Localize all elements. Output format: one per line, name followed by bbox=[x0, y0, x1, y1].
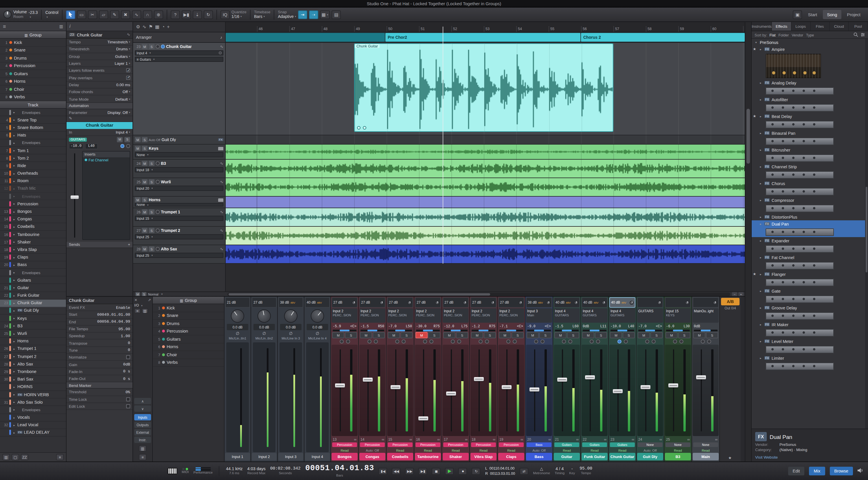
mixer-channel-strip[interactable]: 27 dB Input 2 PERC..SION -7.1 <C> bbox=[498, 297, 525, 461]
input-channel-strip[interactable]: 21 dB 0.0 dB ∅ Mic/Lin..tIn1 Input 1 bbox=[224, 297, 251, 461]
grid-options-button[interactable]: ▦▾ bbox=[320, 10, 330, 19]
disclosure-icon[interactable]: ▸ bbox=[12, 393, 16, 396]
preamp-gain-knob[interactable] bbox=[281, 307, 300, 325]
disclosure-icon[interactable]: ▸ bbox=[12, 225, 16, 228]
monitor-volume-knob[interactable] bbox=[3, 10, 11, 19]
mixer-group-row[interactable]: 7 Choir bbox=[153, 351, 224, 359]
track-list-item[interactable]: 23 ▸ FX Chunk Guitar bbox=[0, 299, 66, 307]
automation-mode[interactable]: Read bbox=[415, 448, 441, 453]
group-row[interactable]: 3 Drums bbox=[0, 54, 66, 62]
checkbox[interactable] bbox=[126, 68, 130, 72]
solo-button[interactable]: S bbox=[539, 332, 552, 338]
record-arm-button[interactable] bbox=[623, 340, 627, 344]
preamp-gain-knob[interactable] bbox=[308, 307, 327, 326]
arrange-vertical-scrollbar[interactable] bbox=[745, 22, 751, 461]
sort-option[interactable]: Flat bbox=[769, 33, 775, 37]
event-inspector-row[interactable]: Normalize bbox=[66, 354, 132, 361]
mute-button[interactable]: M bbox=[117, 137, 123, 142]
volume-fader[interactable] bbox=[502, 385, 512, 389]
disclosure-icon[interactable]: ▸ bbox=[12, 126, 16, 129]
input-gain-display[interactable] bbox=[693, 297, 719, 308]
volume-fader[interactable] bbox=[335, 383, 345, 387]
paint-tool-button[interactable]: ✎ bbox=[110, 10, 119, 19]
track-list-item[interactable]: 17 ▸ FX Shaker bbox=[0, 238, 66, 246]
monitor-button[interactable] bbox=[161, 44, 165, 49]
input-selector[interactable]: Input 18▾ bbox=[135, 167, 223, 172]
track-list-item[interactable]: ▸ FX LEAD DELAY bbox=[0, 429, 66, 437]
track-list-item[interactable]: ▸ FX HORNS bbox=[0, 383, 66, 391]
record-arm-button[interactable] bbox=[156, 180, 160, 184]
mixer-group-row[interactable]: 5 Guitars bbox=[153, 335, 224, 343]
channel-name[interactable]: Bass bbox=[526, 453, 552, 460]
track-list-item[interactable]: ▸ FX Vocals bbox=[0, 414, 66, 421]
input-selector[interactable]: Input 4▾ bbox=[135, 50, 223, 56]
mixer-channel-strip[interactable]: 40 dB 48V Input 4 GUITARS -10.0 L40 bbox=[609, 297, 637, 461]
preamp-gain-display[interactable]: 38 dB 48V bbox=[278, 297, 303, 308]
zoom-out-button[interactable]: − bbox=[732, 292, 737, 296]
mute-button[interactable]: M bbox=[142, 246, 148, 252]
mixer-channel-strip[interactable]: 27 dB Input 2 PERC..SION -30.0 R75 bbox=[414, 297, 442, 461]
automation-mode[interactable]: Read bbox=[498, 448, 524, 453]
channel-pan-value[interactable]: L40 bbox=[85, 143, 98, 149]
volume-fader[interactable] bbox=[696, 375, 706, 379]
console-icon[interactable]: ▥ bbox=[139, 445, 146, 452]
solo-button[interactable]: S bbox=[149, 246, 155, 252]
channel-input-selector[interactable]: Input 2 PERC..SION bbox=[498, 308, 524, 323]
track-lane-trumpet-2[interactable] bbox=[226, 227, 745, 245]
solo-button[interactable]: S bbox=[567, 332, 579, 338]
track-header-keys[interactable]: M S Keys None▾ bbox=[133, 145, 226, 160]
automation-mode[interactable]: Read bbox=[387, 448, 413, 453]
channel-pan-value[interactable]: <C> bbox=[350, 324, 356, 328]
help-button[interactable]: ? bbox=[171, 10, 180, 19]
mute-button[interactable]: M bbox=[443, 332, 456, 338]
time-signature-display[interactable]: 4 / 4 Timing bbox=[555, 467, 564, 476]
channel-pan-value[interactable]: L75 bbox=[461, 324, 468, 328]
pan-slider[interactable] bbox=[583, 330, 607, 331]
channel-pan-value[interactable]: L40 bbox=[628, 324, 634, 328]
disclosure-icon[interactable]: ▸ bbox=[12, 278, 16, 282]
track-header-alto-sax[interactable]: 28 M S Alto Sax ∿ Input 25▾ bbox=[133, 245, 226, 264]
event-inspector-row[interactable]: Tune 0 bbox=[66, 347, 132, 354]
speaker-icon[interactable] bbox=[858, 468, 863, 474]
input-selector[interactable]: Input 25▾ bbox=[135, 253, 223, 258]
solo-button[interactable]: S bbox=[345, 332, 357, 338]
disclosure-icon[interactable]: ▸ bbox=[12, 202, 16, 205]
pan-slider[interactable] bbox=[444, 330, 468, 331]
mixer-group-row[interactable]: 1 Kick bbox=[153, 304, 224, 312]
mixer-group-row[interactable]: 3 Drums bbox=[153, 320, 224, 328]
disclosure-icon[interactable]: ▸ bbox=[12, 354, 16, 358]
gain-knob[interactable] bbox=[407, 300, 411, 305]
mute-button[interactable]: M bbox=[693, 332, 705, 338]
quantize-selector[interactable]: Quantize 1/16▾ bbox=[231, 9, 247, 20]
volume-fader[interactable] bbox=[585, 375, 595, 379]
search-icon[interactable] bbox=[854, 32, 858, 37]
automation-mode[interactable]: Auto: Off bbox=[637, 448, 663, 453]
scrollbar-thumb[interactable] bbox=[228, 293, 490, 295]
browser-effect-item[interactable]: ★ ▸ FX Chorus bbox=[752, 180, 868, 197]
solo-button[interactable]: S bbox=[142, 197, 148, 202]
browser-tab[interactable]: Pool bbox=[849, 22, 868, 31]
narrow-strips-icon[interactable]: ≡ bbox=[134, 308, 141, 314]
channel-name[interactable]: Funk Guitar bbox=[582, 453, 608, 460]
gain-knob[interactable] bbox=[463, 300, 467, 305]
mix-view-button[interactable]: Mix bbox=[809, 467, 825, 475]
channel-name[interactable]: Congas bbox=[359, 453, 385, 460]
metronome-control[interactable]: △ Metronome bbox=[533, 467, 550, 476]
effect-thumbnail[interactable] bbox=[766, 138, 834, 145]
channel-volume-value[interactable]: -1.5 bbox=[361, 324, 369, 328]
pan-slider[interactable] bbox=[472, 330, 495, 331]
event-inspector-row[interactable]: Fade-Out 0 s bbox=[66, 375, 132, 383]
solo-button[interactable]: S bbox=[142, 137, 148, 142]
automation-mode[interactable]: Read bbox=[443, 448, 469, 453]
group-row[interactable]: 6 Horns bbox=[0, 78, 66, 86]
effect-thumbnail[interactable] bbox=[766, 245, 834, 253]
monitor-display-icon[interactable]: ▣ bbox=[793, 10, 802, 19]
volume-fader[interactable] bbox=[669, 384, 679, 388]
disclosure-icon[interactable]: ▸ bbox=[12, 377, 16, 381]
disclosure-icon[interactable]: ▸ bbox=[12, 362, 16, 366]
event-inspector-row[interactable]: Speedup 1.00 bbox=[66, 332, 132, 340]
channel-volume-value[interactable]: 0dB bbox=[694, 324, 700, 328]
channel-name[interactable]: Guit Dly bbox=[637, 453, 663, 460]
list-options-icon[interactable]: ≡ bbox=[56, 454, 64, 460]
event-inspector-row[interactable]: File Tempo 95.00 bbox=[66, 326, 132, 333]
